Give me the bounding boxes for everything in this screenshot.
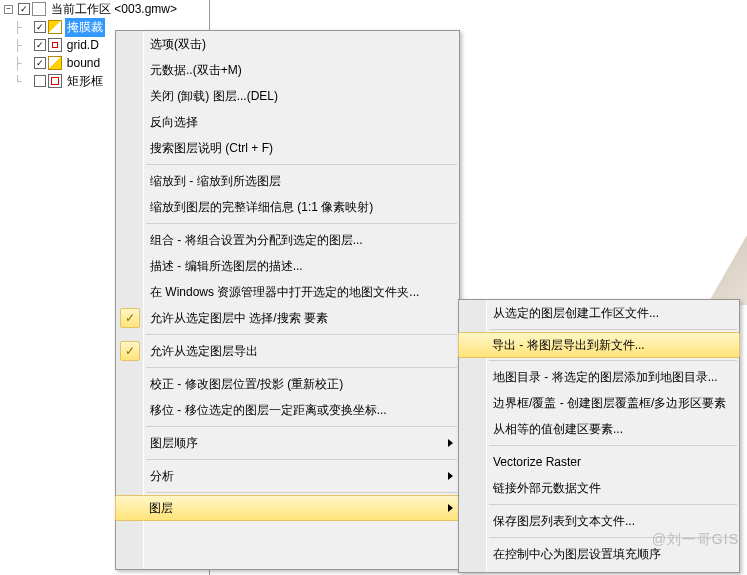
check-icon: [120, 308, 140, 328]
layer-context-menu: 选项(双击)元数据..(双击+M)关闭 (卸载) 图层...(DEL)反向选择搜…: [115, 30, 460, 570]
layer-checkbox[interactable]: [34, 57, 46, 69]
menu-item-label: 图层: [149, 500, 173, 517]
tree-branch-icon: ├: [14, 39, 21, 51]
menu-item[interactable]: 分析: [116, 463, 459, 489]
menu-item[interactable]: 组合 - 将组合设置为分配到选定的图层...: [116, 227, 459, 253]
menu-item-label: 保存图层列表到文本文件...: [493, 513, 635, 530]
menu-item-label: 反向选择: [150, 114, 198, 131]
menu-item-label: 缩放到图层的完整详细信息 (1:1 像素映射): [150, 199, 373, 216]
layer-label: 矩形框: [65, 72, 105, 91]
menu-item[interactable]: 搜索图层说明 (Ctrl + F): [116, 135, 459, 161]
menu-item[interactable]: 导出 - 将图层导出到新文件...: [458, 332, 740, 358]
menu-item-label: 从选定的图层创建工作区文件...: [493, 305, 659, 322]
menu-item-label: 地图目录 - 将选定的图层添加到地图目录...: [493, 369, 718, 386]
menu-item-label: 在 Windows 资源管理器中打开选定的地图文件夹...: [150, 284, 419, 301]
menu-item-label: 图层顺序: [150, 435, 198, 452]
menu-separator: [146, 459, 457, 460]
tree-root-row[interactable]: − 当前工作区 <003.gmw>: [0, 0, 209, 18]
menu-item-label: 选项(双击): [150, 36, 206, 53]
collapse-icon[interactable]: −: [4, 5, 13, 14]
menu-item[interactable]: 地图目录 - 将选定的图层添加到地图目录...: [459, 364, 739, 390]
layer-label: bound: [65, 55, 102, 71]
menu-item[interactable]: 缩放到 - 缩放到所选图层: [116, 168, 459, 194]
menu-item-label: 组合 - 将组合设置为分配到选定的图层...: [150, 232, 363, 249]
menu-item[interactable]: 反向选择: [116, 109, 459, 135]
menu-separator: [146, 367, 457, 368]
layer-type-icon: [48, 20, 62, 34]
layer-label: 掩膜裁: [65, 18, 105, 37]
submenu-arrow-icon: [448, 504, 453, 512]
submenu-arrow-icon: [448, 472, 453, 480]
menu-item-label: 分析: [150, 468, 174, 485]
menu-item[interactable]: 图层: [115, 495, 460, 521]
menu-item[interactable]: 允许从选定图层导出: [116, 338, 459, 364]
submenu-arrow-icon: [448, 439, 453, 447]
tree-root-label: 当前工作区 <003.gmw>: [49, 0, 179, 19]
menu-item[interactable]: 链接外部元数据文件: [459, 475, 739, 501]
menu-item-label: 在控制中心为图层设置填充顺序: [493, 546, 661, 563]
layer-label: grid.D: [65, 37, 101, 53]
menu-item-label: 关闭 (卸载) 图层...(DEL): [150, 88, 278, 105]
menu-item-label: Vectorize Raster: [493, 455, 581, 469]
menu-item-label: 从相等的值创建区要素...: [493, 421, 623, 438]
menu-item-label: 校正 - 修改图层位置/投影 (重新校正): [150, 376, 343, 393]
menu-item-label: 搜索图层说明 (Ctrl + F): [150, 140, 273, 157]
menu-separator: [146, 426, 457, 427]
menu-item-label: 边界框/覆盖 - 创建图层覆盖框/多边形区要素: [493, 395, 726, 412]
menu-item[interactable]: 允许从选定图层中 选择/搜索 要素: [116, 305, 459, 331]
layer-type-icon: [48, 74, 62, 88]
menu-separator: [489, 360, 737, 361]
layer-type-icon: [48, 38, 62, 52]
menu-item[interactable]: 从相等的值创建区要素...: [459, 416, 739, 442]
menu-separator: [146, 492, 457, 493]
menu-item[interactable]: 校正 - 修改图层位置/投影 (重新校正): [116, 371, 459, 397]
layer-type-icon: [48, 56, 62, 70]
menu-item-label: 链接外部元数据文件: [493, 480, 601, 497]
menu-separator: [146, 164, 457, 165]
menu-separator: [489, 445, 737, 446]
menu-item[interactable]: 边界框/覆盖 - 创建图层覆盖框/多边形区要素: [459, 390, 739, 416]
tree-branch-icon: ├: [14, 57, 21, 69]
menu-item[interactable]: 缩放到图层的完整详细信息 (1:1 像素映射): [116, 194, 459, 220]
menu-separator: [489, 329, 737, 330]
workspace-icon: [32, 2, 46, 16]
layer-checkbox[interactable]: [34, 21, 46, 33]
menu-separator: [489, 537, 737, 538]
menu-item[interactable]: 选项(双击): [116, 31, 459, 57]
menu-item-label: 元数据..(双击+M): [150, 62, 242, 79]
menu-item[interactable]: 图层顺序: [116, 430, 459, 456]
menu-item-label: 导出 - 将图层导出到新文件...: [492, 337, 645, 354]
tree-branch-icon: └: [14, 75, 21, 87]
menu-item[interactable]: 描述 - 编辑所选图层的描述...: [116, 253, 459, 279]
menu-item[interactable]: 在控制中心为图层设置填充顺序: [459, 541, 739, 567]
menu-item[interactable]: 从选定的图层创建工作区文件...: [459, 300, 739, 326]
background-image-corner: [707, 235, 747, 305]
menu-item-label: 描述 - 编辑所选图层的描述...: [150, 258, 303, 275]
tree-branch-icon: ├: [14, 21, 21, 33]
layer-checkbox[interactable]: [34, 39, 46, 51]
layer-checkbox[interactable]: [34, 75, 46, 87]
menu-separator: [489, 504, 737, 505]
menu-item-label: 移位 - 移位选定的图层一定距离或变换坐标...: [150, 402, 387, 419]
menu-item[interactable]: 保存图层列表到文本文件...: [459, 508, 739, 534]
menu-item-label: 允许从选定图层导出: [150, 343, 258, 360]
menu-item[interactable]: 元数据..(双击+M): [116, 57, 459, 83]
menu-item[interactable]: 关闭 (卸载) 图层...(DEL): [116, 83, 459, 109]
layer-submenu: 从选定的图层创建工作区文件...导出 - 将图层导出到新文件...地图目录 - …: [458, 299, 740, 573]
root-checkbox[interactable]: [18, 3, 30, 15]
menu-separator: [146, 334, 457, 335]
menu-item-label: 允许从选定图层中 选择/搜索 要素: [150, 310, 328, 327]
menu-item[interactable]: 在 Windows 资源管理器中打开选定的地图文件夹...: [116, 279, 459, 305]
menu-separator: [146, 223, 457, 224]
menu-item[interactable]: Vectorize Raster: [459, 449, 739, 475]
menu-item-label: 缩放到 - 缩放到所选图层: [150, 173, 281, 190]
menu-item[interactable]: 移位 - 移位选定的图层一定距离或变换坐标...: [116, 397, 459, 423]
check-icon: [120, 341, 140, 361]
